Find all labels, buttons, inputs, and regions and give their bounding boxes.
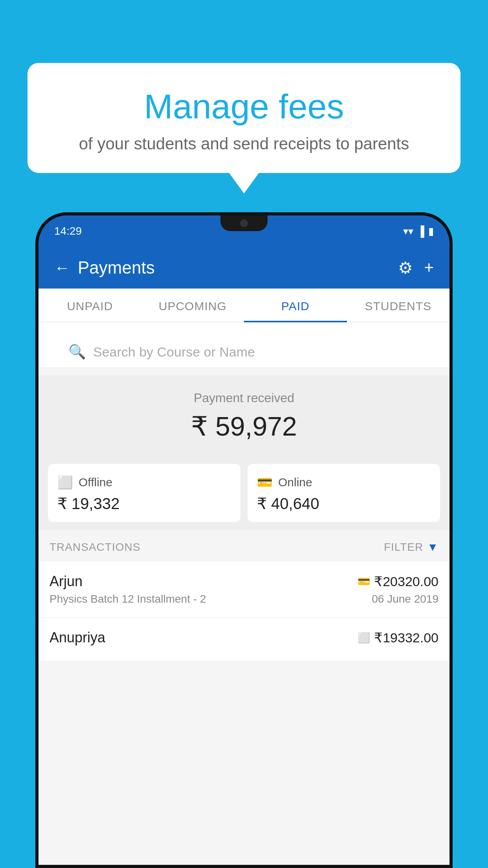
transaction-amount: ₹19332.00: [374, 630, 438, 645]
payment-total-amount: ₹ 59,972: [46, 411, 442, 442]
offline-amount: ₹ 19,332: [57, 495, 231, 513]
offline-card: ⬜ Offline ₹ 19,332: [48, 464, 240, 522]
transactions-header: TRANSACTIONS FILTER ▼: [39, 530, 449, 561]
signal-icon: ▐: [417, 225, 424, 237]
header-actions: ⚙ +: [398, 258, 434, 278]
filter-label: FILTER: [384, 541, 423, 554]
wifi-icon: ▾▾: [403, 225, 413, 237]
filter-button[interactable]: FILTER ▼: [384, 541, 438, 554]
battery-icon: ▮: [428, 225, 434, 237]
search-placeholder: Search by Course or Name: [93, 344, 255, 360]
payment-received-label: Payment received: [46, 391, 442, 405]
offline-payment-icon: ⬜: [358, 632, 370, 644]
transaction-name: Arjun: [50, 573, 83, 590]
transaction-bottom: Physics Batch 12 Installment - 2 06 June…: [50, 593, 438, 605]
app-header-left: ← Payments: [54, 258, 155, 278]
payment-summary: Payment received ₹ 59,972: [39, 375, 449, 456]
transaction-row[interactable]: Arjun 💳 ₹20320.00 Physics Batch 12 Insta…: [39, 561, 449, 618]
online-label: Online: [278, 476, 312, 489]
tab-unpaid[interactable]: UNPAID: [39, 289, 141, 322]
online-card-header: 💳 Online: [257, 475, 431, 490]
offline-label: Offline: [79, 476, 112, 489]
page-title: Payments: [78, 258, 155, 278]
status-icons: ▾▾ ▐ ▮: [403, 225, 434, 237]
payment-cards: ⬜ Offline ₹ 19,332 💳 Online ₹ 40,640: [39, 456, 449, 530]
bubble-title: Manage fees: [47, 86, 441, 127]
phone-notch: [220, 215, 268, 231]
online-amount: ₹ 40,640: [257, 495, 431, 513]
phone-frame: 14:29 ▾▾ ▐ ▮ ← Payments ⚙ + UNPAID UPCOM…: [35, 212, 453, 868]
tab-upcoming[interactable]: UPCOMING: [141, 289, 244, 322]
transaction-amount-wrap: ⬜ ₹19332.00: [358, 630, 438, 645]
transaction-row[interactable]: Anupriya ⬜ ₹19332.00: [39, 618, 449, 661]
bubble-subtitle: of your students and send receipts to pa…: [47, 134, 441, 153]
online-icon: 💳: [257, 475, 273, 490]
transaction-desc: Physics Batch 12 Installment - 2: [50, 593, 206, 605]
transaction-top: Arjun 💳 ₹20320.00: [50, 573, 438, 590]
add-button[interactable]: +: [424, 258, 434, 277]
card-icon: 💳: [358, 576, 370, 588]
offline-icon: ⬜: [57, 475, 73, 490]
app-header: ← Payments ⚙ +: [39, 247, 449, 289]
status-bar: 14:29 ▾▾ ▐ ▮: [39, 215, 449, 247]
transaction-date: 06 June 2019: [372, 593, 438, 605]
transaction-amount: ₹20320.00: [374, 574, 438, 589]
search-icon: 🔍: [68, 344, 86, 360]
settings-button[interactable]: ⚙: [398, 258, 413, 278]
transactions-label: TRANSACTIONS: [50, 541, 140, 554]
transaction-name: Anupriya: [50, 629, 105, 646]
tab-students[interactable]: STUDENTS: [347, 289, 450, 322]
transaction-top: Anupriya ⬜ ₹19332.00: [50, 629, 438, 646]
speech-bubble: Manage fees of your students and send re…: [28, 63, 460, 173]
tab-paid[interactable]: PAID: [244, 289, 347, 322]
search-bar[interactable]: 🔍 Search by Course or Name: [57, 337, 431, 367]
camera-dot: [240, 219, 248, 227]
online-card: 💳 Online ₹ 40,640: [248, 464, 440, 522]
transaction-amount-wrap: 💳 ₹20320.00: [358, 574, 438, 589]
back-button[interactable]: ←: [54, 259, 70, 277]
tabs-bar: UNPAID UPCOMING PAID STUDENTS: [39, 289, 449, 322]
offline-card-header: ⬜ Offline: [57, 475, 231, 490]
status-time: 14:29: [54, 225, 82, 237]
filter-icon: ▼: [427, 541, 438, 554]
phone-screen: ← Payments ⚙ + UNPAID UPCOMING PAID STUD…: [39, 247, 449, 865]
